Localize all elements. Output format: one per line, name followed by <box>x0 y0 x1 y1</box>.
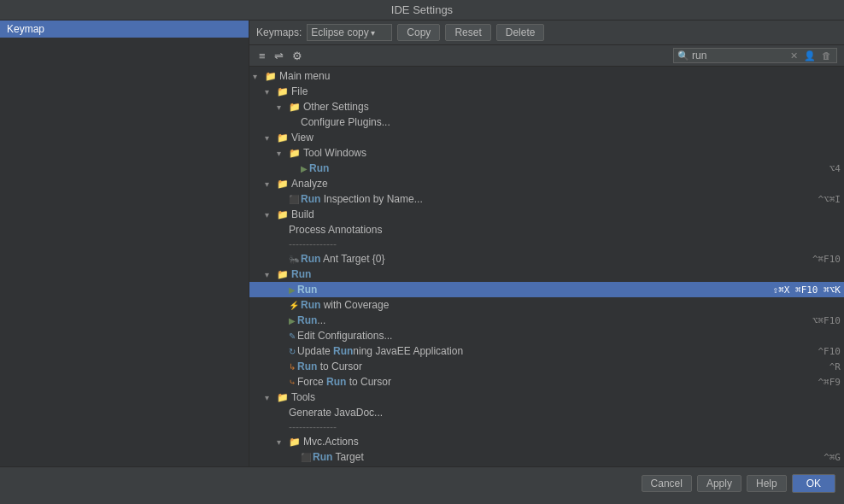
tree-row[interactable]: 🐜 Run Ant Target {0} ^⌘F10 <box>249 251 844 267</box>
action-icons: ≡ ⇌ ⚙ <box>256 49 305 63</box>
search-box: 🔍 ✕ 👤 🗑 <box>673 48 837 63</box>
row-label: Generate JavaDoc... <box>289 407 841 419</box>
main-layout: Keymap Keymaps: Eclipse copy ▾ Copy Rese… <box>0 21 844 466</box>
tree-row[interactable]: ▶ Run ⇧⌘X ⌘F10 ⌘⌥K <box>249 282 844 297</box>
tree-row[interactable]: ⬛ Run Target ^⌘G <box>249 449 844 465</box>
folder-icon: 📁 <box>289 437 301 448</box>
delete-button[interactable]: Delete <box>496 24 545 41</box>
toggle-icon <box>265 393 277 402</box>
apply-button[interactable]: Apply <box>697 475 741 492</box>
settings-icon[interactable]: ⚙ <box>290 49 305 63</box>
keymap-list-item-keymap[interactable]: Keymap <box>0 21 249 38</box>
folder-icon: 📁 <box>289 102 301 113</box>
row-label: Process Annotations <box>289 224 841 236</box>
row-label: View <box>291 132 841 144</box>
row-label: Build <box>291 208 841 220</box>
folder-icon: 📁 <box>277 392 289 403</box>
row-label: Run with Coverage <box>301 299 841 311</box>
search-icon: 🔍 <box>677 50 689 62</box>
row-label: Main menu <box>279 70 841 82</box>
tree-row[interactable]: 📁 Other Settings <box>249 99 844 114</box>
tree-row[interactable]: Process Annotations <box>249 222 844 237</box>
tree-row: -------------- <box>249 420 844 434</box>
tree-row[interactable]: ⚡ Run with Coverage <box>249 297 844 313</box>
tree-row[interactable]: ▶ Run... ⌥⌘F10 <box>249 313 844 328</box>
tree-row[interactable]: 📁 Run <box>249 267 844 282</box>
row-label: Other Settings <box>303 101 841 113</box>
cancel-button[interactable]: Cancel <box>642 475 692 492</box>
tree-row[interactable]: 📁 Tool Windows <box>249 145 844 161</box>
run-target-icon: ⬛ <box>301 453 311 462</box>
toggle-icon <box>277 149 289 158</box>
tree-row[interactable]: 📁 Mvc.Actions <box>249 434 844 449</box>
tree-row[interactable]: 📁 Build <box>249 207 844 222</box>
tree-row[interactable]: 📁 Analyze <box>249 176 844 191</box>
search-input[interactable] <box>692 50 786 62</box>
play-icon: ▶ <box>301 164 308 173</box>
toggle-icon <box>277 103 289 112</box>
shortcut-badge: ^⌘G <box>817 452 841 463</box>
tree-row[interactable]: ⤷ Force Run to Cursor ^⌘F9 <box>249 374 844 390</box>
tree-row: -------------- <box>249 237 844 251</box>
user-filter-icon[interactable]: 👤 <box>802 50 818 62</box>
tree-row[interactable]: 📁 Tools <box>249 390 844 405</box>
tree-row[interactable]: ↳ Run to Cursor ^R <box>249 359 844 374</box>
reset-button[interactable]: Reset <box>445 24 490 41</box>
copy-button[interactable]: Copy <box>397 24 440 41</box>
collapse-all-icon[interactable]: ⇌ <box>272 49 286 63</box>
folder-icon: 📁 <box>277 132 289 144</box>
help-button[interactable]: Help <box>747 475 787 492</box>
edit-config-icon: ✎ <box>289 331 296 341</box>
folder-icon: 📁 <box>277 269 289 280</box>
row-label: Tools <box>291 391 841 403</box>
run-badge-icon: ⬛ <box>289 195 299 204</box>
row-label: Run <box>291 268 841 280</box>
tree-row[interactable]: ✎ Edit Configurations... <box>249 328 844 343</box>
tree-content: 📁 Main menu 📁 File 📁 Other Settings <box>249 67 844 466</box>
row-label: Tool Windows <box>303 147 841 159</box>
row-label: Run to Cursor <box>297 360 823 372</box>
tree-row[interactable]: 📁 Main menu <box>249 68 844 84</box>
toggle-icon <box>277 437 289 447</box>
folder-icon: 📁 <box>277 209 289 220</box>
row-label: Update Running JavaEE Application <box>297 345 812 357</box>
toggle-icon <box>265 210 277 220</box>
tree-row[interactable]: Configure Plugins... <box>249 114 844 130</box>
update-icon: ↻ <box>289 347 296 356</box>
separator: -------------- <box>289 421 337 433</box>
shortcut-badge: ⇧⌘X ⌘F10 ⌘⌥K <box>766 284 841 296</box>
delete-filter-icon[interactable]: 🗑 <box>820 50 833 61</box>
play-icon: ▶ <box>289 285 296 295</box>
tree-row[interactable]: Generate JavaDoc... <box>249 405 844 420</box>
folder-icon: 📁 <box>289 148 301 159</box>
shortcut-badge: ^F10 <box>812 346 841 357</box>
folder-icon: 📁 <box>265 71 277 82</box>
top-bar: IDE Settings <box>0 0 844 21</box>
shortcut-badge: ^⌥⌘I <box>812 194 841 205</box>
separator: -------------- <box>289 238 337 250</box>
expand-all-icon[interactable]: ≡ <box>256 49 268 63</box>
shortcut-badge: ⌥4 <box>823 163 841 174</box>
tree-row[interactable]: ↻ Update Running JavaEE Application ^F10 <box>249 343 844 359</box>
row-label: Run Ant Target {0} <box>301 253 806 265</box>
row-label: Configure Plugins... <box>301 116 841 128</box>
tree-row[interactable]: 📁 File <box>249 84 844 99</box>
title: IDE Settings <box>391 3 453 16</box>
tree-row[interactable]: ⬛ Run Inspection by Name... ^⌥⌘I <box>249 191 844 207</box>
tree-row[interactable]: ▶ Run ⌥4 <box>249 161 844 176</box>
toggle-icon <box>265 87 277 97</box>
folder-icon: 📁 <box>277 86 289 97</box>
toggle-icon <box>265 179 277 189</box>
clear-search-icon[interactable]: ✕ <box>788 50 800 62</box>
shortcut-badge: ^⌘F10 <box>806 254 841 265</box>
keymap-select[interactable]: Eclipse copy ▾ <box>307 24 392 41</box>
tree-row[interactable]: 📁 View <box>249 130 844 145</box>
keymap-panel: Keymap <box>0 21 249 466</box>
row-label: Mvc.Actions <box>303 436 841 448</box>
row-label: Run... <box>297 314 806 326</box>
toggle-icon <box>253 72 265 81</box>
ok-button[interactable]: OK <box>792 474 835 493</box>
tree-row[interactable]: ⬛ Generate GWT Compile Report... <box>249 465 844 466</box>
row-label: File <box>291 85 841 97</box>
keymaps-label: Keymaps: <box>256 26 302 38</box>
